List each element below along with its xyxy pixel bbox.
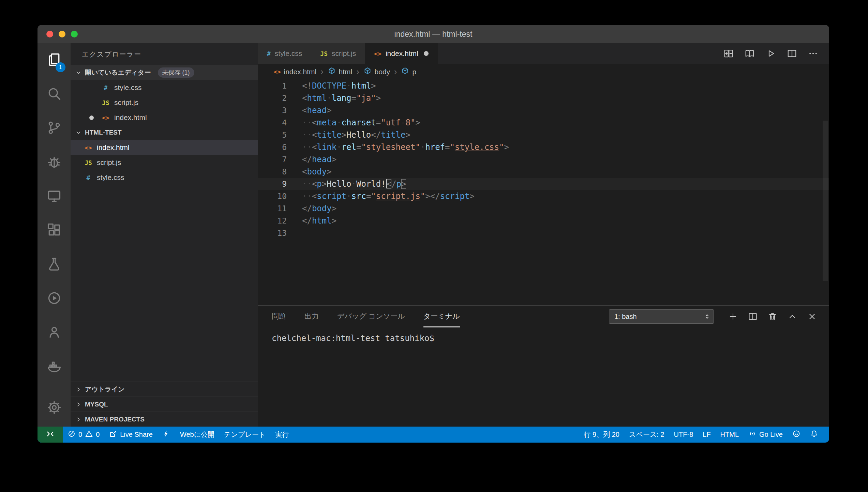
minimize-window-button[interactable] [59, 31, 65, 37]
line-number: 7 [258, 153, 287, 166]
tab-index-html[interactable]: <> index.html [365, 43, 437, 64]
terminal-picker[interactable]: 1: bash [609, 309, 714, 324]
panel-tab-output[interactable]: 出力 [304, 306, 319, 327]
close-window-button[interactable] [46, 31, 53, 37]
activity-item-source-control[interactable] [38, 111, 71, 145]
activity-item-settings[interactable] [38, 391, 71, 425]
code-text: <html·lang="ja"> [302, 92, 381, 104]
code-line[interactable]: 3<head> [258, 104, 829, 117]
monitor-icon [47, 188, 62, 205]
open-editor-item[interactable]: # style.css [71, 80, 258, 95]
zoom-window-button[interactable] [71, 31, 78, 37]
file-name: script.js [114, 98, 138, 107]
html-file-icon: <> [100, 114, 111, 121]
language-mode[interactable]: HTML [716, 427, 744, 443]
go-live-button[interactable]: Go Live [744, 427, 788, 443]
open-editor-item[interactable]: <> index.html [71, 110, 258, 125]
broadcast-icon [748, 430, 757, 440]
tab-script-js[interactable]: JS script.js [311, 43, 365, 64]
code-line[interactable]: 5··<title>Hello</title> [258, 129, 829, 141]
chevron-down-icon [75, 69, 82, 76]
open-editor-item[interactable]: JS script.js [71, 95, 258, 110]
tab-style-css[interactable]: # style.css [258, 43, 311, 64]
section-mysql[interactable]: MYSQL [71, 397, 258, 412]
indentation-status[interactable]: スペース: 2 [624, 427, 669, 443]
panel-tabs: 問題 出力 デバッグ コンソール ターミナル [272, 306, 460, 327]
notifications-bell-button[interactable] [805, 427, 823, 443]
more-actions-icon[interactable] [808, 48, 818, 59]
file-tree-item[interactable]: <> index.html [71, 140, 258, 155]
live-share-button[interactable]: Live Share [104, 427, 158, 443]
activity-item-search[interactable] [38, 77, 71, 111]
eol-status[interactable]: LF [698, 427, 715, 443]
activity-item-explorer[interactable]: 1 [38, 43, 71, 77]
run-icon[interactable] [766, 48, 776, 59]
split-editor-icon[interactable] [787, 48, 797, 59]
code-line[interactable]: 11</body> [258, 202, 829, 215]
activity-item-docker[interactable] [38, 350, 71, 384]
code-text: ··<title>Hello</title> [302, 129, 410, 141]
terminal[interactable]: chelchel-mac:html-test tatsuhiko$ [258, 327, 829, 427]
breadcrumb-item-html[interactable]: html [328, 67, 353, 77]
split-terminal-icon[interactable] [748, 312, 758, 321]
line-number: 2 [258, 92, 287, 104]
code-line[interactable]: 13 [258, 227, 829, 239]
maximize-panel-icon[interactable] [788, 312, 797, 321]
code-line[interactable]: 9··<p>Hello·World!</p> [258, 178, 829, 190]
feedback-smiley-button[interactable] [788, 427, 805, 443]
code-line[interactable]: 4··<meta·charset="utf-8"> [258, 117, 829, 129]
smiley-icon [792, 430, 800, 440]
css-file-icon: # [267, 50, 271, 57]
folder-section-header[interactable]: HTML-TEST [71, 125, 258, 140]
chevron-right-icon [75, 416, 82, 423]
open-editors-header[interactable]: 開いているエディター 未保存 (1) [71, 65, 258, 80]
remote-indicator[interactable] [38, 427, 63, 443]
breadcrumb-item-body[interactable]: body [363, 67, 390, 77]
close-panel-icon[interactable] [807, 312, 817, 321]
new-terminal-icon[interactable] [728, 312, 738, 321]
run-button[interactable]: 実行 [270, 427, 294, 443]
file-tree-item[interactable]: JS script.js [71, 155, 258, 170]
code-line[interactable]: 12</html> [258, 215, 829, 227]
activity-item-debug[interactable] [38, 145, 71, 180]
title-bar[interactable]: index.html — html-test [38, 25, 829, 43]
activity-item-extensions[interactable] [38, 214, 71, 248]
breadcrumb-separator: › [393, 67, 398, 77]
code-editor[interactable]: 1<!DOCTYPE·html>2<html·lang="ja">3<head>… [258, 80, 829, 305]
line-number: 1 [258, 80, 287, 92]
line-number: 9 [258, 178, 287, 190]
flash-button[interactable] [158, 427, 175, 443]
encoding-status[interactable]: UTF-8 [669, 427, 698, 443]
editor-scrollbar[interactable] [823, 121, 828, 281]
activity-item-live-share[interactable] [38, 316, 71, 350]
code-line[interactable]: 10··<script·src="script.js"></script> [258, 190, 829, 202]
panel-tab-debug-console[interactable]: デバッグ コンソール [337, 306, 405, 327]
kill-terminal-trash-icon[interactable] [768, 312, 777, 321]
terminal-prompt: chelchel-mac:html-test tatsuhiko$ [272, 334, 829, 343]
file-tree-item[interactable]: # style.css [71, 170, 258, 185]
cursor-position[interactable]: 行 9、列 20 [579, 427, 624, 443]
panel-tab-problems[interactable]: 問題 [272, 306, 286, 327]
code-line[interactable]: 7</head> [258, 153, 829, 166]
template-button[interactable]: テンプレート [219, 427, 270, 443]
section-outline[interactable]: アウトライン [71, 382, 258, 397]
section-maven-projects[interactable]: MAVEN PROJECTS [71, 412, 258, 427]
code-text: </body> [302, 202, 336, 215]
code-line[interactable]: 1<!DOCTYPE·html> [258, 80, 829, 92]
breadcrumb-item-file[interactable]: <> index.html [274, 68, 316, 76]
problems-status[interactable]: 0 0 [63, 427, 104, 443]
code-text: </html> [302, 215, 336, 227]
breadcrumb-item-p[interactable]: p [401, 67, 416, 77]
code-line[interactable]: 2<html·lang="ja"> [258, 92, 829, 104]
share-icon [109, 430, 117, 440]
open-preview-icon[interactable] [745, 48, 755, 59]
code-line[interactable]: 8<body> [258, 166, 829, 178]
activity-item-test[interactable] [38, 248, 71, 282]
activity-item-play-circle[interactable] [38, 282, 71, 316]
code-line[interactable]: 6··<link·rel="stylesheet"·href="style.cs… [258, 141, 829, 153]
activity-item-remote-explorer[interactable] [38, 180, 71, 214]
publish-button[interactable]: Webに公開 [175, 427, 219, 443]
panel-tab-terminal[interactable]: ターミナル [423, 306, 460, 327]
open-changes-icon[interactable] [723, 48, 734, 59]
breadcrumb-separator: › [320, 67, 324, 77]
